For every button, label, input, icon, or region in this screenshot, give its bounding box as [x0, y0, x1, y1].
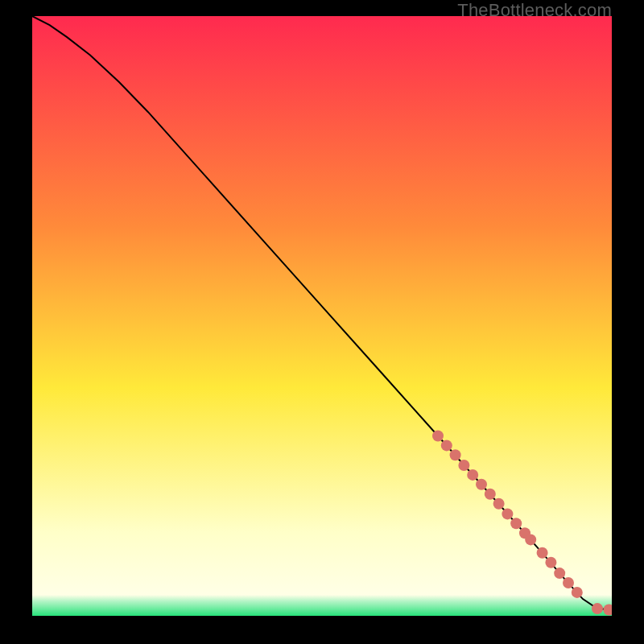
- data-marker: [441, 440, 452, 451]
- data-marker: [537, 547, 548, 559]
- data-marker: [572, 587, 583, 598]
- plot-area: [32, 16, 612, 616]
- data-marker: [485, 489, 496, 500]
- data-marker: [545, 557, 556, 568]
- data-marker: [476, 479, 487, 490]
- data-marker: [458, 460, 469, 471]
- data-marker: [554, 568, 565, 579]
- data-marker: [525, 534, 536, 545]
- data-marker: [493, 498, 505, 510]
- data-marker: [563, 577, 574, 588]
- data-marker: [432, 431, 444, 442]
- data-marker: [502, 508, 513, 519]
- chart-frame: TheBottleneck.com: [0, 0, 644, 644]
- data-marker: [450, 449, 461, 460]
- data-marker: [592, 603, 603, 614]
- gradient-background: [32, 16, 612, 616]
- data-marker: [510, 518, 522, 529]
- data-marker: [467, 469, 478, 481]
- bottleneck-chart: [32, 16, 612, 616]
